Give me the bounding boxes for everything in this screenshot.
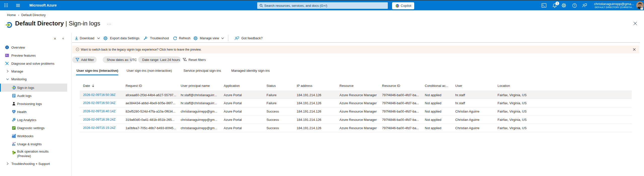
svg-text:?: ? [574, 4, 575, 7]
